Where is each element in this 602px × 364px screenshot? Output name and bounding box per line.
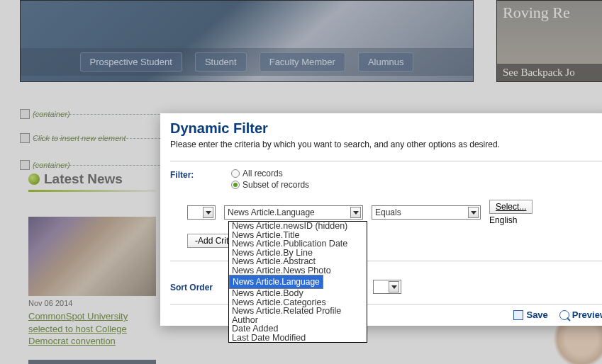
save-icon	[513, 310, 523, 320]
container-label: (container)	[33, 110, 70, 118]
latest-news-text: Latest News	[44, 171, 123, 187]
hero-button-row: Prospective Student Student Faculty Memb…	[21, 48, 473, 76]
save-label: Save	[526, 309, 547, 320]
chevron-down-icon	[389, 281, 399, 292]
news-thumbnail[interactable]	[28, 217, 156, 296]
dropdown-option[interactable]: Last Date Modified	[229, 334, 367, 343]
radio-icon-checked	[231, 181, 240, 189]
dropdown-option[interactable]: News Article.Abstract	[229, 257, 367, 266]
chevron-down-icon	[350, 207, 361, 218]
dropdown-option[interactable]: News Article.newsID (hidden)	[229, 222, 367, 231]
container-icon	[20, 160, 30, 170]
cs-container-row-1[interactable]: (container)	[20, 109, 70, 119]
insert-element-label: Click to insert new element	[33, 134, 126, 142]
profile-thumbnail[interactable]	[553, 326, 602, 364]
container-icon	[20, 109, 30, 119]
news-title-link[interactable]: CommonSpot University selected to host C…	[28, 310, 160, 348]
dialog-title: Dynamic Filter	[170, 120, 602, 137]
hero-btn-prospective[interactable]: Prospective Student	[80, 52, 182, 72]
dropdown-option[interactable]: News Article.Body	[229, 289, 367, 298]
dropdown-option[interactable]: News Article.Related Profile	[229, 307, 367, 316]
radio-all-records[interactable]: All records	[231, 169, 602, 178]
select-value-button[interactable]: Select...	[489, 200, 533, 214]
news-date: Nov 06 2014	[28, 299, 72, 307]
sort-dir-select[interactable]	[373, 280, 401, 294]
hero-btn-faculty[interactable]: Faculty Member	[260, 52, 345, 72]
preview-button[interactable]: Preview	[559, 309, 602, 320]
chevron-down-icon	[203, 207, 213, 218]
cs-container-row-2[interactable]: (container)	[20, 160, 70, 170]
news-thumbnail-2[interactable]	[28, 360, 156, 364]
dropdown-option[interactable]: News Article.Publication Date	[229, 239, 367, 249]
radio-all-label: All records	[243, 169, 283, 178]
side-hero: Roving Re See Backpack Jo	[496, 0, 602, 82]
dropdown-option[interactable]: Date Added	[229, 324, 367, 334]
field-select[interactable]: News Article.Language	[224, 205, 363, 220]
heading-underline	[28, 190, 156, 192]
heading-bullet-icon	[28, 174, 40, 185]
cs-insert-row[interactable]: Click to insert new element	[20, 133, 126, 143]
radio-subset-records[interactable]: Subset of records	[231, 180, 602, 190]
hero-btn-student[interactable]: Student	[195, 52, 247, 72]
container-label: (container)	[33, 161, 70, 169]
dialog-footer: Save Preview	[513, 309, 602, 320]
radio-icon	[231, 169, 240, 178]
dropdown-option[interactable]: News Article.News Photo	[229, 266, 367, 275]
sort-label: Sort Order	[170, 281, 231, 292]
selected-value: English	[489, 215, 517, 225]
chevron-down-icon	[468, 207, 479, 218]
save-button[interactable]: Save	[513, 309, 547, 320]
side-hero-cta[interactable]: See Backpack Jo	[497, 64, 602, 81]
operator-select-value: Equals	[375, 207, 401, 217]
field-select-value: News Article.Language	[228, 207, 315, 217]
side-hero-title: Roving Re	[497, 1, 602, 25]
field-dropdown-list[interactable]: News Article.newsID (hidden)News Article…	[228, 221, 367, 343]
latest-news-heading: Latest News	[28, 171, 123, 187]
dropdown-option[interactable]: News Article.Language	[229, 275, 323, 289]
logic-select[interactable]	[187, 205, 216, 220]
dialog-subtitle: Please enter the criteria by which you w…	[170, 140, 602, 149]
hero-banner: Prospective Student Student Faculty Memb…	[20, 0, 474, 82]
dialog-divider	[170, 161, 602, 161]
search-icon	[559, 310, 569, 320]
gear-icon	[20, 133, 30, 143]
dynamic-filter-dialog: Dynamic Filter Please enter the criteria…	[160, 113, 602, 326]
operator-select[interactable]: Equals	[372, 205, 481, 220]
preview-label: Preview	[572, 309, 602, 320]
hero-btn-alumnus[interactable]: Alumnus	[358, 52, 414, 72]
filter-label: Filter:	[170, 169, 231, 180]
radio-subset-label: Subset of records	[243, 180, 309, 190]
filter-row: Filter: All records Subset of records	[170, 169, 602, 191]
